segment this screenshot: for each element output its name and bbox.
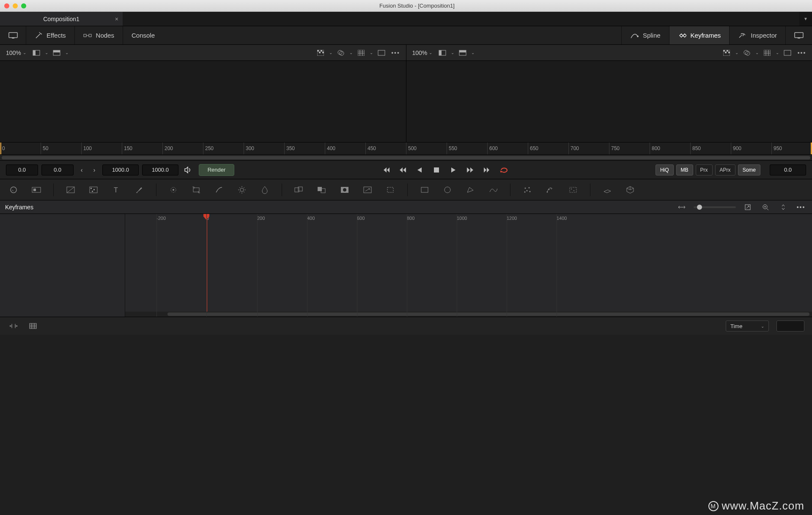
split-layout-b-button[interactable] [457, 48, 469, 58]
loader-tool-icon[interactable] [8, 184, 19, 196]
split-layout-b-button[interactable] [51, 48, 63, 58]
current-time-field[interactable]: 0.0 [6, 164, 38, 175]
chevron-down-icon[interactable]: ⌄ [776, 50, 779, 55]
keyframes-tree[interactable] [0, 214, 125, 317]
composition-tab[interactable]: Composition1 × [0, 12, 123, 26]
console-tab[interactable]: Console [123, 26, 163, 44]
merge-tool-icon[interactable] [293, 184, 305, 196]
play-button[interactable] [449, 165, 458, 175]
next-key-button[interactable]: › [90, 165, 99, 175]
particles-tool-icon[interactable] [521, 184, 533, 196]
time-offset-field[interactable] [776, 321, 804, 331]
prev-key-button[interactable]: ‹ [77, 165, 86, 175]
keyframes-hscrollbar[interactable] [125, 312, 812, 317]
ellipse-mask-icon[interactable] [442, 184, 453, 196]
zoom-in-icon[interactable] [760, 202, 771, 212]
colorcurves-tool-icon[interactable] [213, 184, 225, 196]
window-close-button[interactable] [4, 3, 9, 8]
time-ruler[interactable]: 0501001502002503003504004505005506006507… [0, 142, 812, 155]
split-layout-a-button[interactable] [30, 48, 42, 58]
keyframes-zoom-slider[interactable] [694, 206, 736, 208]
time-mode-select[interactable]: Time⌄ [726, 321, 769, 331]
sort-icon[interactable] [777, 202, 789, 212]
single-view-button[interactable] [376, 48, 387, 58]
background-tool-icon[interactable] [65, 184, 77, 196]
time-readout-field[interactable]: 0.0 [770, 164, 806, 175]
effects-tab[interactable]: Effects [26, 26, 75, 44]
3d-shape-tool-icon[interactable] [624, 184, 636, 196]
stretch-icon[interactable] [8, 321, 19, 331]
spreadsheet-icon[interactable] [27, 321, 39, 331]
audio-icon[interactable] [182, 165, 194, 175]
viewer-right-zoom[interactable]: 100%⌄ [411, 49, 434, 56]
hiq-toggle[interactable]: HiQ [656, 164, 674, 175]
pemit-tool-icon[interactable] [544, 184, 556, 196]
expand-icon[interactable] [742, 202, 754, 212]
right-viewer-toggle[interactable] [786, 26, 812, 44]
single-view-button[interactable] [782, 48, 793, 58]
polygon-mask-icon[interactable] [464, 184, 476, 196]
stop-button[interactable] [432, 165, 441, 175]
step-back-button[interactable] [398, 165, 407, 175]
tab-menu-dropdown[interactable]: ▼ [799, 12, 812, 26]
aprx-toggle[interactable]: APrx [715, 164, 735, 175]
fastnoise-tool-icon[interactable] [88, 184, 99, 196]
3d-plane-tool-icon[interactable] [601, 184, 613, 196]
step-forward-button[interactable] [466, 165, 475, 175]
chevron-down-icon[interactable]: ⌄ [45, 50, 48, 55]
window-maximize-button[interactable] [21, 3, 26, 8]
inspector-tab[interactable]: Inspector [730, 26, 786, 44]
go-end-button[interactable] [483, 165, 492, 175]
checker-button[interactable] [721, 48, 732, 58]
more-icon[interactable]: ••• [390, 48, 402, 58]
paint-tool-icon[interactable] [133, 184, 145, 196]
chevron-down-icon[interactable]: ⌄ [65, 50, 69, 55]
channelbool-tool-icon[interactable] [316, 184, 328, 196]
matte-tool-icon[interactable] [339, 184, 351, 196]
saver-tool-icon[interactable] [30, 184, 42, 196]
spline-tab[interactable]: Spline [621, 26, 669, 44]
fit-width-icon[interactable] [676, 202, 688, 212]
global-end-field[interactable]: 1000.0 [142, 164, 178, 175]
left-viewer-toggle[interactable] [0, 26, 26, 44]
window-minimize-button[interactable] [13, 3, 18, 8]
some-toggle[interactable]: Some [738, 164, 760, 175]
loop-button[interactable] [499, 165, 509, 175]
crop-tool-icon[interactable] [384, 184, 396, 196]
channels-button[interactable] [741, 48, 753, 58]
viewer-right[interactable] [406, 61, 812, 142]
chevron-down-icon[interactable]: ⌄ [735, 50, 738, 55]
viewer-left[interactable] [0, 61, 406, 142]
channels-button[interactable] [335, 48, 347, 58]
grid-button[interactable] [355, 48, 367, 58]
mb-toggle[interactable]: MB [676, 164, 693, 175]
slider-knob[interactable] [697, 205, 702, 210]
hue-tool-icon[interactable] [259, 184, 271, 196]
nodes-tab[interactable]: Nodes [75, 26, 123, 44]
resize-tool-icon[interactable] [362, 184, 373, 196]
play-reverse-button[interactable] [415, 165, 424, 175]
chevron-down-icon[interactable]: ⌄ [451, 50, 454, 55]
bspline-mask-icon[interactable] [487, 184, 499, 196]
rectangle-mask-icon[interactable] [419, 184, 431, 196]
blur-tool-icon[interactable] [167, 184, 179, 196]
scrollbar-thumb[interactable] [167, 312, 809, 316]
split-layout-a-button[interactable] [436, 48, 448, 58]
checker-button[interactable] [315, 48, 326, 58]
more-icon[interactable]: ••• [796, 48, 808, 58]
keyframes-tab[interactable]: Keyframes [669, 26, 730, 44]
brightness-tool-icon[interactable] [236, 184, 248, 196]
chevron-down-icon[interactable]: ⌄ [329, 50, 332, 55]
close-icon[interactable]: × [115, 16, 118, 22]
global-start-field[interactable]: 1000.0 [102, 164, 139, 175]
render-button[interactable]: Render [199, 164, 234, 176]
text-tool-icon[interactable]: T [110, 184, 122, 196]
chevron-down-icon[interactable]: ⌄ [755, 50, 759, 55]
chevron-down-icon[interactable]: ⌄ [370, 50, 373, 55]
scrollbar-thumb[interactable] [2, 156, 810, 159]
time-ruler-scrollbar[interactable] [0, 155, 812, 161]
grid-button[interactable] [761, 48, 773, 58]
transform-tool-icon[interactable] [190, 184, 202, 196]
viewer-left-zoom[interactable]: 100%⌄ [4, 49, 28, 56]
prender-tool-icon[interactable] [567, 184, 579, 196]
